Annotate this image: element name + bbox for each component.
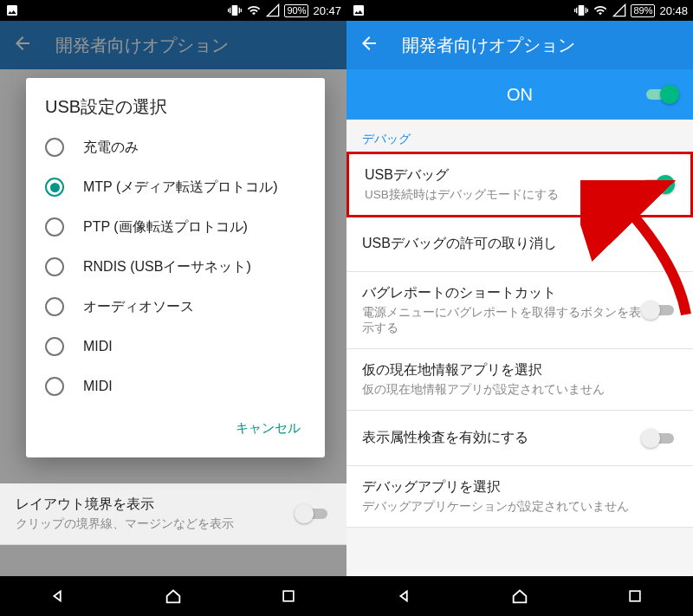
- radio-label: MIDI: [83, 338, 113, 355]
- cancel-button[interactable]: キャンセル: [227, 413, 309, 444]
- status-bar: 89% 20:48: [346, 0, 693, 21]
- toggle-switch[interactable]: [638, 174, 675, 195]
- radio-option[interactable]: PTP (画像転送プロトコル): [26, 207, 325, 247]
- usb-config-dialog: USB設定の選択 充電のみMTP (メディア転送プロトコル)PTP (画像転送プ…: [26, 78, 325, 457]
- image-icon: [352, 3, 366, 17]
- row-title: USBデバッグ: [365, 166, 638, 185]
- list-item[interactable]: USBデバッグUSB接続時はデバッグモードにする: [346, 152, 693, 217]
- row-subtitle: クリップの境界線、マージンなどを表示: [16, 516, 295, 532]
- wifi-icon: [593, 3, 608, 17]
- list-item[interactable]: レイアウト境界を表示 クリップの境界線、マージンなどを表示: [0, 483, 346, 545]
- row-subtitle: 仮の現在地情報アプリが設定されていません: [362, 382, 677, 398]
- svg-rect-0: [283, 591, 294, 601]
- list-item[interactable]: 表示属性検査を有効にする: [346, 411, 693, 466]
- signal-icon: [612, 3, 626, 17]
- radio-label: MIDI: [83, 378, 113, 395]
- radio-option[interactable]: MIDI: [26, 366, 325, 406]
- row-title: 仮の現在地情報アプリを選択: [362, 361, 677, 379]
- background-list: レイアウト境界を表示 クリップの境界線、マージンなどを表示: [0, 483, 346, 576]
- master-toggle-banner[interactable]: ON: [346, 69, 693, 120]
- row-title: バグレポートのショートカット: [362, 284, 641, 302]
- nav-back-button[interactable]: [383, 579, 426, 613]
- radio-label: RNDIS (USBイーサネット): [83, 258, 251, 276]
- radio-button-icon: [45, 377, 64, 396]
- list-item[interactable]: USBデバッグの許可の取り消し: [346, 217, 693, 272]
- radio-label: オーディオソース: [83, 298, 194, 315]
- navigation-bar: [0, 576, 346, 616]
- nav-back-button[interactable]: [36, 579, 80, 613]
- screen-left: 90% 20:47 開発者向けオプション レイアウト境界を表示 クリップの境界線…: [0, 0, 346, 616]
- radio-label: MTP (メディア転送プロトコル): [83, 178, 278, 196]
- radio-option[interactable]: MTP (メディア転送プロトコル): [26, 167, 325, 207]
- nav-home-button[interactable]: [152, 579, 195, 613]
- row-title: USBデバッグの許可の取り消し: [362, 235, 677, 253]
- on-label: ON: [507, 85, 533, 105]
- clock: 20:47: [313, 4, 341, 17]
- app-bar: 開発者向けオプション: [346, 21, 693, 69]
- radio-option[interactable]: 充電のみ: [26, 127, 325, 167]
- nav-recent-button[interactable]: [267, 579, 310, 613]
- screen-right: 89% 20:48 開発者向けオプション ON デバッグ USBデバッグUSB接…: [346, 0, 693, 616]
- row-subtitle: USB接続時はデバッグモードにする: [365, 187, 638, 203]
- row-title: デバッグアプリを選択: [362, 478, 677, 496]
- image-icon: [5, 3, 19, 17]
- wifi-icon: [246, 3, 262, 17]
- section-label-debug: デバッグ: [346, 120, 693, 152]
- vibrate-icon: [228, 3, 242, 17]
- radio-label: PTP (画像転送プロトコル): [83, 218, 248, 236]
- radio-label: 充電のみ: [83, 139, 139, 156]
- toggle-switch[interactable]: [641, 300, 677, 321]
- nav-home-button[interactable]: [498, 579, 541, 613]
- radio-button-icon: [45, 217, 64, 237]
- battery-level: 90%: [284, 4, 308, 17]
- nav-recent-button[interactable]: [613, 579, 657, 613]
- battery-level: 89%: [631, 4, 655, 17]
- status-bar: 90% 20:47: [0, 0, 346, 21]
- radio-button-icon: [45, 257, 64, 276]
- dialog-title: USB設定の選択: [26, 95, 325, 127]
- back-icon[interactable]: [359, 33, 379, 58]
- list-item[interactable]: 仮の現在地情報アプリを選択仮の現在地情報アプリが設定されていません: [346, 349, 693, 411]
- clock: 20:48: [659, 4, 688, 17]
- row-title: レイアウト境界を表示: [16, 496, 295, 514]
- radio-option[interactable]: MIDI: [26, 327, 325, 366]
- radio-option[interactable]: オーディオソース: [26, 287, 325, 327]
- row-subtitle: 電源メニューにバグレポートを取得するボタンを表示する: [362, 305, 641, 336]
- svg-rect-1: [630, 591, 640, 601]
- signal-icon: [266, 3, 280, 17]
- radio-button-icon: [45, 138, 64, 157]
- toggle-switch[interactable]: [641, 428, 677, 449]
- master-toggle-switch[interactable]: [643, 84, 679, 105]
- list-item[interactable]: デバッグアプリを選択デバッグアプリケーションが設定されていません: [346, 466, 693, 528]
- radio-button-icon: [45, 178, 64, 197]
- page-title: 開発者向けオプション: [402, 34, 575, 57]
- toggle-switch[interactable]: [295, 503, 331, 524]
- radio-button-icon: [45, 337, 64, 356]
- list-item[interactable]: バグレポートのショートカット電源メニューにバグレポートを取得するボタンを表示する: [346, 272, 693, 349]
- navigation-bar: [346, 576, 693, 616]
- vibrate-icon: [574, 3, 588, 17]
- radio-button-icon: [45, 297, 64, 316]
- radio-option[interactable]: RNDIS (USBイーサネット): [26, 247, 325, 287]
- row-title: 表示属性検査を有効にする: [362, 429, 641, 447]
- row-subtitle: デバッグアプリケーションが設定されていません: [362, 499, 677, 515]
